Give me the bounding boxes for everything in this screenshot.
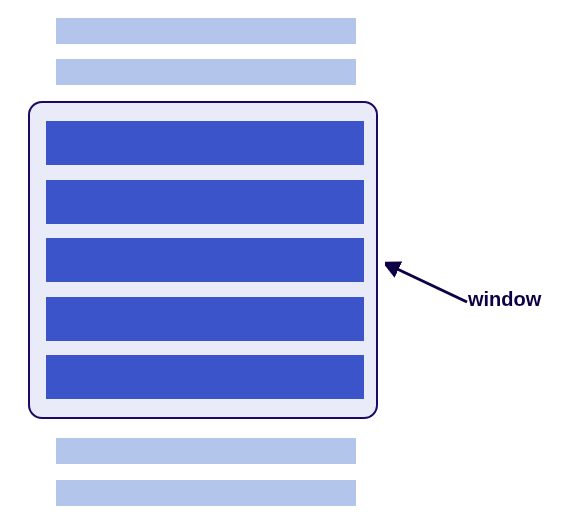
sliding-window-diagram: window [0, 0, 578, 525]
window-box [28, 101, 378, 419]
window-bar [46, 121, 364, 165]
arrow-icon [385, 255, 475, 315]
context-bar-above [56, 59, 356, 85]
window-bar [46, 180, 364, 224]
window-bar [46, 297, 364, 341]
window-bar [46, 355, 364, 399]
window-bar [46, 238, 364, 282]
context-bar-below [56, 438, 356, 464]
context-bar-above [56, 18, 356, 44]
window-label: window [468, 288, 541, 311]
context-bar-below [56, 480, 356, 506]
svg-line-1 [393, 267, 467, 302]
